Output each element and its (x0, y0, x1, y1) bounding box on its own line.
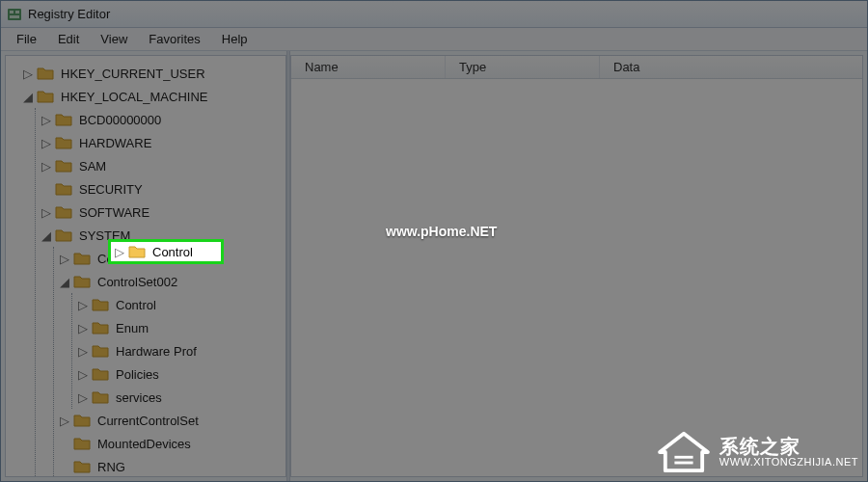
column-data[interactable]: Data (600, 56, 862, 78)
collapse-icon[interactable]: ◢ (58, 275, 71, 289)
tree-node-mounteddevices[interactable]: ▷ MountedDevices (58, 432, 285, 455)
list-pane[interactable]: Name Type Data (290, 55, 863, 477)
watermark-cn: 系统之家 (719, 437, 858, 457)
svg-rect-5 (674, 462, 692, 465)
folder-icon (55, 227, 72, 244)
svg-rect-3 (10, 15, 19, 18)
tree-node-sam[interactable]: ▷ SAM (40, 154, 285, 177)
highlight-control[interactable]: ▷ Control (108, 239, 224, 264)
tree-label: HKEY_CURRENT_USER (58, 66, 208, 82)
folder-icon (92, 388, 109, 406)
expand-icon[interactable]: ▷ (76, 367, 90, 382)
tree-node-control[interactable]: ▷ Control (76, 293, 285, 316)
tree-label: Policies (113, 366, 162, 383)
tree-node-hardware-profiles[interactable]: ▷ Hardware Prof (76, 339, 285, 362)
tree-node-bcd[interactable]: ▷ BCD00000000 (40, 108, 285, 131)
tree-node-enum[interactable]: ▷ Enum (76, 316, 285, 339)
watermark-url: WWW.XITONGZHIJIA.NET (719, 457, 858, 469)
column-name[interactable]: Name (291, 56, 446, 78)
folder-icon (55, 134, 72, 151)
expand-icon[interactable]: ▷ (113, 245, 126, 259)
folder-icon (55, 180, 72, 198)
expand-icon[interactable]: ▷ (40, 205, 53, 220)
tree-label: HARDWARE (76, 135, 154, 151)
watermark-brand: 系统之家 WWW.XITONGZHIJIA.NET (656, 430, 858, 474)
window-title: Registry Editor (28, 7, 110, 21)
tree-label: BCD00000000 (76, 112, 164, 128)
tree-node-policies[interactable]: ▷ Policies (76, 362, 285, 386)
tree-label: Enum (113, 320, 151, 336)
menu-help[interactable]: Help (212, 30, 258, 48)
tree-label: Control (149, 244, 196, 260)
tree-label: ControlSet002 (95, 274, 180, 290)
folder-icon (55, 111, 72, 128)
svg-rect-0 (8, 9, 21, 20)
tree-node-currentcontrolset[interactable]: ▷ CurrentControlSet (58, 409, 285, 432)
tree-node-hardware[interactable]: ▷ HARDWARE (40, 131, 285, 154)
column-type[interactable]: Type (446, 56, 600, 78)
folder-icon (37, 65, 54, 82)
folder-icon (55, 157, 72, 174)
folder-icon (73, 458, 91, 475)
tree-label: RNG (95, 459, 128, 475)
collapse-icon[interactable]: ◢ (21, 90, 35, 104)
folder-icon (92, 365, 109, 383)
expand-icon[interactable]: ▷ (40, 113, 53, 127)
folder-icon (73, 250, 91, 267)
house-icon (656, 430, 712, 474)
folder-icon (73, 412, 91, 429)
expand-icon[interactable]: ▷ (21, 67, 35, 81)
expand-icon[interactable]: ▷ (58, 414, 71, 428)
folder-icon (55, 203, 72, 221)
tree-label: Control (113, 297, 159, 313)
folder-icon (37, 88, 54, 105)
tree-node-controlset002[interactable]: ◢ ControlSet002 (58, 270, 285, 293)
expand-icon[interactable]: ▷ (40, 136, 53, 150)
expand-icon[interactable]: ▷ (40, 159, 53, 174)
folder-icon (92, 296, 109, 313)
svg-rect-4 (674, 456, 692, 459)
svg-rect-2 (15, 11, 19, 13)
menu-favorites[interactable]: Favorites (139, 30, 209, 48)
tree-node-security[interactable]: ▷ SECURITY (40, 177, 285, 201)
collapse-icon[interactable]: ◢ (40, 228, 53, 243)
client-area: ▷ HKEY_CURRENT_USER ◢ HKEY_LOCAL_MACHINE… (1, 51, 867, 481)
tree-pane[interactable]: ▷ HKEY_CURRENT_USER ◢ HKEY_LOCAL_MACHINE… (5, 55, 286, 477)
expand-icon[interactable]: ▷ (76, 321, 90, 335)
tree-label: CurrentControlSet (95, 413, 202, 429)
menu-file[interactable]: File (7, 30, 46, 48)
folder-icon (128, 243, 146, 260)
folder-icon (92, 319, 109, 336)
tree-label: MountedDevices (95, 436, 194, 452)
svg-rect-1 (10, 11, 14, 13)
tree-node-services[interactable]: ▷ services (76, 386, 285, 409)
expand-icon[interactable]: ▷ (76, 344, 90, 359)
watermark-center: www.pHome.NET (386, 224, 497, 239)
menu-edit[interactable]: Edit (48, 30, 89, 48)
menubar: File Edit View Favorites Help (1, 28, 867, 51)
tree-label: HKEY_LOCAL_MACHINE (58, 89, 210, 105)
tree-label: services (113, 389, 165, 406)
tree-label: SOFTWARE (76, 204, 152, 221)
expand-icon[interactable]: ▷ (76, 390, 90, 405)
menu-view[interactable]: View (91, 30, 137, 48)
expand-icon[interactable]: ▷ (58, 252, 71, 266)
folder-icon (73, 435, 91, 452)
list-body[interactable] (291, 79, 862, 476)
tree-node-hkcu[interactable]: ▷ HKEY_CURRENT_USER (21, 62, 285, 85)
folder-icon (92, 342, 109, 360)
tree-node-rng[interactable]: ▷ RNG (58, 455, 285, 477)
tree-label: Hardware Prof (113, 343, 200, 360)
folder-icon (73, 273, 91, 290)
app-icon (7, 7, 22, 22)
tree-label: SECURITY (76, 181, 146, 198)
tree-node-hklm[interactable]: ◢ HKEY_LOCAL_MACHINE (21, 85, 285, 108)
titlebar[interactable]: Registry Editor (1, 1, 867, 28)
list-header: Name Type Data (291, 56, 862, 79)
tree-node-software[interactable]: ▷ SOFTWARE (40, 201, 285, 224)
expand-icon[interactable]: ▷ (76, 298, 90, 312)
tree-label: SAM (76, 158, 109, 174)
